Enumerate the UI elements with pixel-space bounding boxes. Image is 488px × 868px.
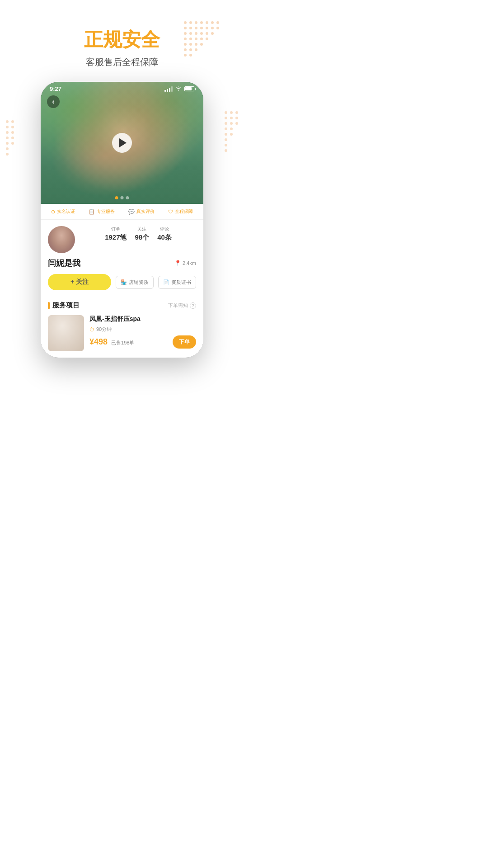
page-wrapper: // Generated inline [0,0,244,376]
service-info: 凤凰-玉指舒压spa ⏱ 90分钟 ¥498 已售198单 [89,315,196,349]
service-duration: ⏱ 90分钟 [89,326,196,333]
svg-point-53 [230,122,233,125]
signal-icon [164,86,173,92]
status-bar: 9:27 [41,82,203,94]
order-notice[interactable]: 下单需知 ? [168,302,196,309]
notice-icon: ? [190,302,196,309]
avatar-image [48,226,75,253]
shop-qual-button[interactable]: 🏪 店铺资质 [116,276,154,289]
wifi-icon [175,86,182,92]
duration-value: 90分钟 [96,326,112,333]
tag-bar: ⊙ 实名认证 📋 专业服务 💬 真实评价 🛡 [41,204,203,220]
follow-label: + 关注 [70,278,89,286]
svg-point-61 [225,149,227,152]
svg-point-39 [11,131,14,134]
clock-icon: ⏱ [89,327,94,332]
stat-orders: 订单 1927笔 [105,226,127,242]
stat-reviews-value: 40条 [157,233,172,242]
back-button[interactable]: ‹ [47,95,60,108]
stat-follows-value: 98个 [135,233,150,242]
dots-pattern-top-right: // Generated inline [181,18,235,72]
svg-point-42 [6,142,9,145]
cert-icon: 📄 [163,279,169,285]
stat-follows: 关注 98个 [135,226,150,242]
stats-row: 订单 1927笔 关注 98个 评论 40条 [80,226,196,242]
svg-point-20 [184,38,187,40]
svg-point-50 [230,117,233,119]
svg-point-27 [195,43,197,46]
svg-point-34 [6,120,9,123]
avatar[interactable] [48,226,75,253]
order-notice-label: 下单需知 [168,302,188,309]
dots-left [4,118,22,192]
title-bar-icon [48,302,50,309]
video-section[interactable]: ‹ [41,82,203,204]
svg-point-58 [230,133,233,136]
indicator-dot-2 [121,196,124,199]
review-icon: 💬 [128,209,135,215]
tag-review: 💬 真实评价 [128,208,155,215]
svg-point-23 [200,38,203,40]
svg-point-25 [184,43,187,46]
dots-right [222,109,240,192]
indicator-dot-1 [115,196,118,199]
tag-label-2: 专业服务 [97,208,115,215]
location-icon: 📍 [174,260,181,266]
top-section: // Generated inline [0,0,244,82]
tag-label-1: 实名认证 [57,208,75,215]
stat-reviews-label: 评论 [157,226,172,232]
svg-point-12 [211,27,214,29]
price-row: ¥498 已售198单 [89,337,134,347]
svg-point-48 [235,111,238,114]
svg-point-14 [184,32,187,35]
svg-point-16 [195,32,197,35]
svg-point-59 [225,138,227,141]
svg-point-21 [189,38,192,40]
svg-point-26 [189,43,192,46]
svg-point-2 [195,21,197,24]
status-time: 9:27 [50,85,61,92]
svg-point-30 [189,48,192,51]
tag-real-name: ⊙ 实名认证 [51,208,75,215]
shop-icon: 🏪 [121,279,127,285]
svg-point-6 [216,21,219,24]
service-name: 凤凰-玉指舒压spa [89,315,196,323]
svg-point-54 [235,122,238,125]
sold-count: 已售198单 [111,340,134,346]
svg-point-7 [184,27,187,29]
svg-point-45 [6,153,9,156]
service-image-content [48,315,84,351]
svg-point-55 [225,127,227,130]
svg-point-1 [189,21,192,24]
svg-point-9 [195,27,197,29]
phone-mockup: 9:27 [41,82,203,358]
profile-top: 订单 1927笔 关注 98个 评论 40条 [48,226,196,253]
guarantee-icon: 🛡 [168,209,173,214]
cert-button[interactable]: 📄 资质证书 [158,276,196,289]
svg-point-41 [11,137,14,139]
svg-point-22 [195,38,197,40]
order-button-label: 下单 [179,339,190,345]
svg-point-17 [200,32,203,35]
svg-point-4 [206,21,208,24]
phone-content: ⊙ 实名认证 📋 专业服务 💬 真实评价 🛡 [41,204,203,358]
follow-button[interactable]: + 关注 [48,274,111,290]
order-button[interactable]: 下单 [173,335,196,349]
svg-point-51 [235,117,238,119]
svg-point-57 [225,133,227,136]
svg-point-18 [206,32,208,35]
shop-label: 店铺资质 [129,279,149,286]
svg-point-36 [6,126,9,128]
svg-point-24 [206,38,208,40]
svg-point-19 [211,32,214,35]
professional-icon: 📋 [89,209,95,215]
svg-point-0 [184,21,187,24]
svg-point-5 [211,21,214,24]
real-name-icon: ⊙ [51,209,55,215]
battery-icon [184,86,194,91]
play-icon [119,138,127,147]
svg-point-31 [195,48,197,51]
svg-point-11 [206,27,208,29]
svg-point-13 [216,27,219,29]
play-button[interactable] [112,133,132,153]
